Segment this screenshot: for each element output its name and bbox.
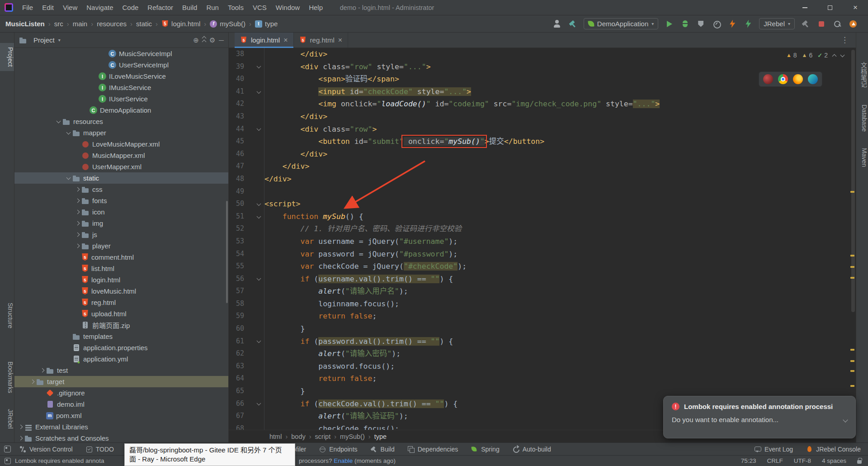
line-number[interactable]: 42 <box>229 98 244 110</box>
tree-item-userserviceimpl[interactable]: CUserServiceImpl <box>14 59 228 71</box>
line-number[interactable]: 50 <box>229 198 244 210</box>
toolwindow-switcher-icon[interactable] <box>4 446 11 452</box>
tree-chevron-closed-icon[interactable] <box>75 233 80 237</box>
tool-stripe-jrebel[interactable]: JRebel <box>0 405 14 433</box>
maximize-button[interactable] <box>817 0 843 15</box>
jrebel-debug-icon[interactable] <box>743 19 753 29</box>
tree-item-musicmapper-xml[interactable]: MusicMapper.xml <box>14 150 228 161</box>
fold-marker-icon[interactable] <box>244 398 264 410</box>
editor-scrollbar[interactable] <box>848 48 856 430</box>
menu-refactor[interactable]: Refactor <box>143 0 178 15</box>
prev-issue-icon[interactable] <box>832 54 837 58</box>
tree-chevron-closed-icon[interactable] <box>30 380 34 384</box>
jrebel-run-icon[interactable] <box>727 19 737 29</box>
breadcrumb-html[interactable]: html <box>269 433 282 440</box>
menu-run[interactable]: Run <box>202 0 223 15</box>
tree-chevron-closed-icon[interactable] <box>18 436 23 441</box>
next-issue-icon[interactable] <box>840 52 845 57</box>
line-number[interactable]: 58 <box>229 298 244 310</box>
expand-notification-icon[interactable] <box>843 417 848 422</box>
breadcrumb-script[interactable]: script <box>315 433 331 440</box>
tree-chevron-open-icon[interactable] <box>66 130 71 134</box>
line-number[interactable]: 46 <box>229 148 244 161</box>
tree-item-usermapper-xml[interactable]: UserMapper.xml <box>14 161 228 172</box>
notification-balloon[interactable]: ! Lombok requires enabled annotation pro… <box>663 396 856 438</box>
tree-item-lovemusic-html[interactable]: 5loveMusic.html <box>14 285 228 297</box>
line-number[interactable]: 65 <box>229 385 244 398</box>
tree-item-mapper[interactable]: mapper <box>14 127 228 138</box>
coverage-button[interactable] <box>696 19 706 29</box>
close-tab-icon[interactable]: × <box>283 37 288 44</box>
tree-item-musicserviceimpl[interactable]: CMusicServiceImpl <box>14 48 228 59</box>
toolwindow-endpoints[interactable]: Endpoints <box>319 446 357 453</box>
minimize-button[interactable] <box>792 0 817 15</box>
line-number[interactable]: 68 <box>229 423 244 430</box>
line-number[interactable]: 38 <box>229 48 244 61</box>
breadcrumb-mysub[interactable]: mySub() <box>340 433 365 440</box>
line-number[interactable]: 49 <box>229 185 244 198</box>
fold-marker-icon[interactable] <box>244 198 264 210</box>
tree-item-target[interactable]: target <box>14 376 228 387</box>
collapse-all-icon[interactable] <box>203 37 206 43</box>
menu-edit[interactable]: Edit <box>38 0 58 15</box>
tree-chevron-closed-icon[interactable] <box>40 368 44 373</box>
build-project-icon[interactable] <box>568 19 578 29</box>
line-number[interactable]: 47 <box>229 160 244 173</box>
menu-build[interactable]: Build <box>178 0 202 15</box>
status-notifications-icon[interactable] <box>5 458 11 464</box>
tree-item-iuserservice[interactable]: IIUserService <box>14 93 228 105</box>
line-number[interactable]: 39 <box>229 61 244 73</box>
line-number[interactable]: 51 <box>229 210 244 223</box>
tree-chevron-closed-icon[interactable] <box>75 244 80 248</box>
fold-marker-icon[interactable] <box>244 210 264 223</box>
menu-window[interactable]: Window <box>271 0 304 15</box>
line-number[interactable]: 63 <box>229 360 244 373</box>
tree-item-application-properties[interactable]: application.properties <box>14 342 228 353</box>
nav-crumb-musiclisten[interactable]: MusicListen <box>5 20 45 28</box>
menu-navigate[interactable]: Navigate <box>82 0 118 15</box>
tool-stripe-structure[interactable]: Structure <box>0 299 14 333</box>
debug-button[interactable] <box>680 19 690 29</box>
tree-item-templates[interactable]: templates <box>14 331 228 342</box>
nav-crumb-static[interactable]: static <box>136 20 152 28</box>
line-number[interactable]: 48 <box>229 173 244 185</box>
tree-item-lovemusicmapper-xml[interactable]: LoveMusicMapper.xml <box>14 138 228 150</box>
tree-item-pom-xml[interactable]: mpom.xml <box>14 410 228 421</box>
chrome-icon[interactable] <box>778 74 788 84</box>
line-number[interactable]: 56 <box>229 273 244 285</box>
line-number[interactable]: 66 <box>229 398 244 410</box>
line-number[interactable]: 55 <box>229 260 244 273</box>
menu-vcs[interactable]: VCS <box>248 0 271 15</box>
tree-item-img[interactable]: img <box>14 218 228 229</box>
tree-item-test[interactable]: test <box>14 365 228 376</box>
toolwindow-jrebel-console[interactable]: JRebel Console <box>806 446 861 453</box>
nav-crumb-type[interactable]: ttype <box>255 20 278 28</box>
run-configuration-select[interactable]: DemoApplication ▾ <box>584 18 658 29</box>
chevron-down-icon[interactable]: ▾ <box>58 38 61 43</box>
tree-chevron-open-icon[interactable] <box>56 119 61 123</box>
run-button[interactable] <box>664 19 674 29</box>
nav-crumb-main[interactable]: main <box>73 20 88 28</box>
line-number[interactable]: 62 <box>229 347 244 360</box>
tool-stripe-item[interactable]: 文档笔记 <box>856 58 868 91</box>
tree-chevron-closed-icon[interactable] <box>18 425 23 429</box>
tool-stripe-bookmarks[interactable]: Bookmarks <box>0 357 14 397</box>
tree-item-player[interactable]: player <box>14 240 228 252</box>
tool-stripe-maven[interactable]: Maven <box>856 144 868 171</box>
toolwindow-auto-build[interactable]: Auto-build <box>512 446 551 453</box>
code-editor[interactable]: 38 </div>39 <div class="row" style="..."… <box>229 48 856 430</box>
tree-chevron-closed-icon[interactable] <box>75 210 80 214</box>
profiler-button[interactable] <box>712 19 722 29</box>
toolwindow-event-log[interactable]: Event Log <box>754 446 793 453</box>
fold-marker-icon[interactable] <box>244 273 264 285</box>
line-number[interactable]: 43 <box>229 110 244 123</box>
line-number[interactable]: 45 <box>229 135 244 148</box>
tree-item-icon[interactable]: icon <box>14 206 228 218</box>
tree-item-resources[interactable]: resources <box>14 116 228 127</box>
line-number[interactable]: 61 <box>229 335 244 348</box>
breadcrumb-type[interactable]: type <box>374 433 387 440</box>
tree-item-login-html[interactable]: 5login.html <box>14 274 228 285</box>
toolwindow-spring[interactable]: Spring <box>471 446 499 453</box>
line-number[interactable]: 67 <box>229 410 244 423</box>
search-everywhere-icon[interactable] <box>832 19 842 29</box>
